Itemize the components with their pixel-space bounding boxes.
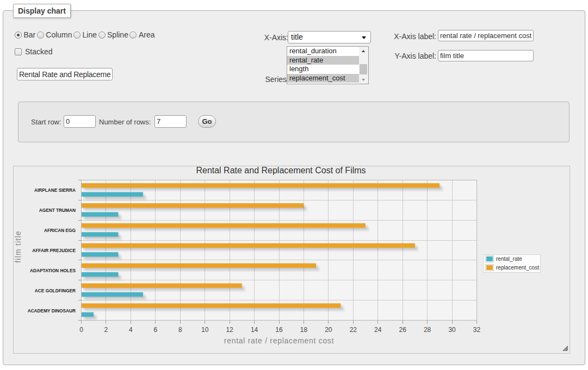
chart-type-label-spline[interactable]: Spline — [107, 30, 128, 39]
start-row-input[interactable] — [64, 115, 96, 128]
svg-text:AFFAIR PREJUDICE: AFFAIR PREJUDICE — [32, 248, 76, 253]
svg-text:16: 16 — [275, 326, 283, 334]
number-of-rows-label: Number of rows: — [99, 118, 151, 126]
series-select[interactable]: rental_durationrental_ratelengthreplacem… — [287, 46, 369, 84]
page: Display chart BarColumnLineSplineArea St… — [0, 0, 588, 370]
svg-text:6: 6 — [153, 326, 157, 334]
legend-row-replacement_cost: replacement_cost — [485, 264, 540, 271]
stacked-checkbox[interactable] — [15, 48, 22, 55]
stacked-row: Stacked — [15, 47, 53, 56]
chart-type-radio-area[interactable] — [129, 32, 137, 39]
chart-type-radio-line[interactable] — [73, 32, 81, 39]
scrollbar-thumb[interactable] — [360, 64, 367, 74]
svg-text:ADAPTATION HOLES: ADAPTATION HOLES — [30, 268, 76, 273]
number-of-rows-input[interactable] — [154, 115, 187, 128]
legend-label-rental_rate: rental_rate — [496, 256, 522, 262]
scrollbar-up-button[interactable] — [359, 47, 368, 55]
svg-text:12: 12 — [226, 326, 233, 334]
chart-type-radio-bar[interactable] — [15, 32, 22, 39]
x-axis-label-input[interactable] — [438, 30, 534, 41]
x-axis-label-caption: X-Axis label: — [387, 32, 436, 41]
svg-text:8: 8 — [178, 326, 182, 334]
legend-row-rental_rate: rental_rate — [485, 255, 540, 262]
chart-container: 02468101214161820222426283032AIRPLANE SI… — [13, 166, 570, 354]
stacked-label[interactable]: Stacked — [25, 47, 53, 56]
svg-text:ACADEMY DINOSAUR: ACADEMY DINOSAUR — [28, 308, 76, 313]
legend-swatch-rental_rate — [485, 255, 494, 262]
chart-x-axis-title: rental rate / replacement cost — [81, 336, 477, 345]
x-axis-select[interactable]: title — [288, 31, 371, 43]
chart-y-axis-title: film title — [14, 230, 22, 262]
chart-type-radio-column[interactable] — [37, 32, 44, 39]
series-option-rental_duration[interactable]: rental_duration — [287, 47, 359, 56]
legend-label-replacement_cost: replacement_cost — [496, 265, 539, 271]
chart-legend: rental_ratereplacement_cost — [483, 254, 541, 273]
start-row-label: Start row: — [31, 118, 61, 126]
chart-type-label-line[interactable]: Line — [83, 30, 97, 39]
series-option-replacement_cost[interactable]: replacement_cost — [287, 74, 359, 83]
svg-text:32: 32 — [473, 326, 481, 334]
svg-text:2: 2 — [104, 326, 108, 334]
y-axis-label-caption: Y-Axis label: — [387, 52, 436, 60]
x-axis-selected-value: title — [291, 33, 303, 41]
svg-text:26: 26 — [399, 326, 407, 334]
svg-text:AGENT TRUMAN: AGENT TRUMAN — [39, 208, 76, 213]
chart-type-label-column[interactable]: Column — [46, 30, 72, 39]
x-axis-label: X-Axis: — [245, 33, 288, 42]
scrollbar-down-button[interactable] — [359, 76, 368, 84]
svg-text:0: 0 — [79, 326, 83, 334]
chart-type-radio-spline[interactable] — [98, 32, 106, 39]
series-label: Series: — [245, 75, 289, 84]
svg-text:ACE GOLDFINGER: ACE GOLDFINGER — [35, 288, 76, 293]
chart-title: Rental Rate and Replacement Cost of Film… — [14, 166, 548, 175]
chart-type-label-bar[interactable]: Bar — [24, 30, 36, 39]
go-button[interactable]: Go — [198, 115, 216, 128]
svg-text:20: 20 — [325, 326, 332, 334]
svg-text:22: 22 — [350, 326, 357, 334]
svg-text:AIRPLANE SIERRA: AIRPLANE SIERRA — [34, 187, 76, 193]
chart-type-radio-group: BarColumnLineSplineArea — [15, 30, 156, 39]
svg-text:28: 28 — [424, 326, 431, 334]
svg-text:30: 30 — [448, 326, 456, 334]
resize-handle-icon[interactable] — [563, 346, 568, 351]
scroll-up-arrow-icon — [362, 50, 365, 52]
series-scrollbar[interactable] — [359, 47, 368, 84]
svg-text:4: 4 — [129, 326, 133, 334]
select-dropdown-arrow-icon — [362, 36, 366, 39]
svg-text:24: 24 — [374, 326, 382, 334]
series-options: rental_durationrental_ratelengthreplacem… — [287, 47, 368, 83]
y-axis-label-input[interactable] — [438, 50, 534, 61]
fieldset-legend: Display chart — [13, 4, 71, 18]
svg-text:AFRICAN EGG: AFRICAN EGG — [44, 228, 76, 233]
svg-text:18: 18 — [300, 326, 308, 334]
scroll-down-arrow-icon — [362, 79, 365, 81]
series-option-length[interactable]: length — [287, 65, 359, 74]
chart-title-input[interactable] — [17, 68, 113, 80]
svg-text:14: 14 — [251, 326, 258, 334]
svg-text:10: 10 — [201, 326, 209, 334]
series-option-rental_rate[interactable]: rental_rate — [287, 56, 359, 65]
chart-type-label-area[interactable]: Area — [139, 30, 155, 39]
legend-swatch-replacement_cost — [485, 264, 494, 271]
